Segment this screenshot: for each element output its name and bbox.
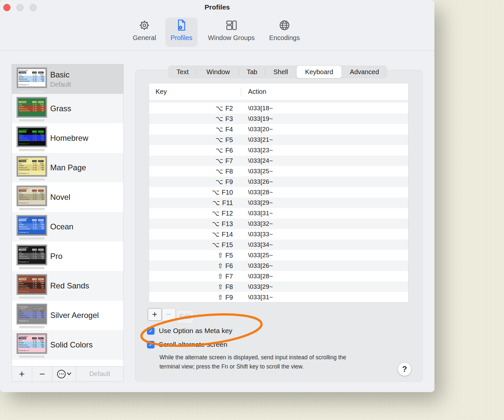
profile-name: Silver Aerogel bbox=[50, 311, 99, 320]
key-cell: ⌥F10 bbox=[149, 188, 241, 196]
option-meta-label: Use Option as Meta key bbox=[159, 327, 232, 335]
key-row[interactable]: ⇧F6 \033[26~ bbox=[149, 261, 408, 271]
tab-tab[interactable]: Tab bbox=[239, 66, 264, 78]
chevron-down-icon bbox=[67, 372, 71, 375]
modifier-glyph: ⌥ bbox=[216, 105, 223, 112]
toolbar-item-general[interactable]: General bbox=[130, 18, 159, 42]
thumbnail-shadow bbox=[19, 326, 45, 328]
profile-row-man-page[interactable]: Terminal# COMMAND%CPURPRVT top4.1%231K X… bbox=[12, 153, 123, 182]
key-cell: ⌥F8 bbox=[149, 167, 241, 175]
profile-row-basic[interactable]: Terminal# COMMAND%CPURPRVT top4.1%231K X… bbox=[12, 64, 123, 94]
checkbox-checked-icon[interactable]: ✓ bbox=[147, 327, 155, 335]
column-divider bbox=[241, 87, 241, 96]
action-cell: \033[18~ bbox=[241, 105, 273, 112]
edit-key-button[interactable]: Edit bbox=[177, 310, 194, 324]
key-row[interactable]: ⌥F11 \033[29~ bbox=[149, 198, 408, 208]
modifier-glyph: ⌥ bbox=[212, 189, 219, 196]
toolbar-item-profiles[interactable]: Profiles bbox=[167, 18, 196, 42]
key-row[interactable]: ⌥F7 \033[24~ bbox=[149, 156, 408, 166]
profile-row-homebrew[interactable]: Terminal# COMMAND%CPURPRVT top4.1%231K X… bbox=[12, 123, 123, 153]
profile-row-silver-aerogel[interactable]: Terminal# COMMAND%CPURPRVT top4.1%231K X… bbox=[12, 301, 123, 330]
modifier-glyph: ⌥ bbox=[212, 210, 219, 217]
key-row[interactable]: ⌥F12 \033[31~ bbox=[149, 208, 408, 219]
key-row[interactable]: ⌥F2 \033[18~ bbox=[149, 103, 408, 114]
key-row[interactable]: ⇧F8 \033[29~ bbox=[149, 282, 408, 292]
action-cell: \033[20~ bbox=[241, 126, 273, 133]
tab-text[interactable]: Text bbox=[168, 66, 197, 78]
key-cell: ⌥F13 bbox=[149, 220, 241, 228]
tab-keyboard[interactable]: Keyboard bbox=[297, 66, 342, 78]
key-row[interactable]: ⌥F9 \033[26~ bbox=[149, 177, 408, 187]
profile-list-toolbar: + − Default bbox=[12, 366, 123, 381]
profile-thumbnail: Terminal# COMMAND%CPURPRVT top4.1%231K X… bbox=[17, 97, 47, 117]
key-row[interactable]: ⌥F14 \033[33~ bbox=[149, 229, 408, 240]
key-cell: ⌥F5 bbox=[149, 136, 241, 144]
add-key-button[interactable]: + bbox=[148, 308, 162, 321]
key-row[interactable]: ⌥F4 \033[20~ bbox=[149, 124, 408, 135]
profile-row-grass[interactable]: Terminal# COMMAND%CPURPRVT top4.1%231K X… bbox=[12, 94, 123, 123]
profile-row-novel[interactable]: Terminal# COMMAND%CPURPRVT top4.1%231K X… bbox=[12, 182, 123, 212]
help-text: While the alternate screen is displayed,… bbox=[159, 353, 383, 371]
key-row[interactable]: ⌥F8 \033[25~ bbox=[149, 166, 408, 177]
toolbar-item-window-groups[interactable]: Window Groups bbox=[207, 18, 256, 42]
profile-list-box: Terminal# COMMAND%CPURPRVT top4.1%231K X… bbox=[11, 64, 124, 382]
key-row[interactable]: ⌥F13 \033[32~ bbox=[149, 219, 408, 229]
profile-row-solid-colors[interactable]: Terminal# COMMAND%CPURPRVT top4.1%231K X… bbox=[12, 330, 123, 360]
tab-shell[interactable]: Shell bbox=[265, 66, 296, 78]
option-meta-checkbox-row: ✓ Use Option as Meta key bbox=[147, 327, 232, 335]
profile-name: Novel bbox=[50, 193, 70, 202]
modifier-glyph: ⇧ bbox=[218, 252, 223, 259]
profile-thumbnail: Terminal# COMMAND%CPURPRVT top4.1%231K X… bbox=[17, 156, 47, 177]
profile-row-ocean[interactable]: Terminal# COMMAND%CPURPRVT top4.1%231K X… bbox=[12, 212, 123, 242]
thumbnail-shadow bbox=[19, 267, 45, 269]
thumbnail-shadow bbox=[19, 238, 45, 240]
remove-profile-button[interactable]: − bbox=[32, 367, 52, 381]
key-row[interactable]: ⌥F6 \033[23~ bbox=[149, 145, 408, 156]
remove-key-button[interactable]: − bbox=[162, 308, 176, 321]
action-cell: \033[26~ bbox=[241, 178, 273, 185]
tab-window[interactable]: Window bbox=[197, 66, 239, 78]
checkbox-checked-icon[interactable]: ✓ bbox=[147, 341, 155, 348]
key-cell: ⌥F12 bbox=[149, 209, 241, 217]
profile-name: Solid Colors bbox=[50, 340, 93, 349]
profile-actions-button[interactable] bbox=[52, 367, 76, 381]
profile-row-pro[interactable]: Terminal# COMMAND%CPURPRVT top4.1%231K X… bbox=[12, 242, 123, 271]
modifier-glyph: ⌥ bbox=[212, 199, 220, 206]
key-row[interactable]: ⇧F5 \033[25~ bbox=[149, 250, 408, 261]
settings-tabbar: TextWindowTabShellKeyboardAdvanced bbox=[168, 66, 387, 78]
default-profile-button[interactable]: Default bbox=[76, 367, 123, 381]
modifier-glyph: ⌥ bbox=[216, 126, 223, 133]
thumbnail-shadow bbox=[19, 178, 45, 181]
toolbar-item-encodings[interactable]: Encodings bbox=[265, 18, 304, 42]
key-row[interactable]: ⌥F15 \033[34~ bbox=[149, 240, 408, 250]
modifier-glyph: ⌥ bbox=[212, 241, 219, 248]
key-row[interactable]: ⇧F7 \033[28~ bbox=[149, 271, 408, 282]
key-cell: ⌥F2 bbox=[149, 104, 241, 112]
modifier-glyph: ⇧ bbox=[218, 283, 223, 290]
profile-name: Pro bbox=[50, 252, 62, 261]
thumbnail-shadow bbox=[19, 149, 45, 151]
help-button[interactable]: ? bbox=[398, 363, 411, 376]
key-row[interactable]: ⌥F5 \033[21~ bbox=[149, 135, 408, 145]
profile-row-red-sands[interactable]: Terminal# COMMAND%CPURPRVT top4.1%231K X… bbox=[12, 271, 123, 301]
preferences-window: Profiles General bbox=[0, 0, 434, 392]
tab-advanced[interactable]: Advanced bbox=[342, 66, 387, 78]
thumbnail-shadow bbox=[19, 90, 45, 92]
key-cell: ⌥F9 bbox=[149, 178, 241, 186]
table-header: Key Action bbox=[149, 83, 408, 100]
profile-name: Red Sands bbox=[50, 281, 89, 290]
action-cell: \033[31~ bbox=[241, 294, 273, 301]
key-cell: ⇧F9 bbox=[149, 293, 241, 301]
action-cell: \033[25~ bbox=[241, 252, 273, 259]
key-cell: ⌥F4 bbox=[149, 125, 241, 133]
key-row[interactable]: ⇧F9 \033[31~ bbox=[149, 292, 408, 303]
key-row[interactable]: ⌥F3 \033[19~ bbox=[149, 114, 408, 124]
add-profile-button[interactable]: + bbox=[12, 367, 32, 381]
gear-icon bbox=[137, 18, 152, 33]
modifier-glyph: ⇧ bbox=[218, 273, 223, 280]
modifier-glyph: ⌥ bbox=[216, 178, 223, 185]
action-cell: \033[32~ bbox=[241, 220, 273, 227]
modifier-glyph: ⌥ bbox=[216, 157, 223, 164]
key-rows: ⌥F2 \033[18~ ⌥F3 \033[19~ ⌥F4 \033[20~ ⌥… bbox=[149, 103, 408, 303]
key-row[interactable]: ⌥F10 \033[28~ bbox=[149, 187, 408, 198]
